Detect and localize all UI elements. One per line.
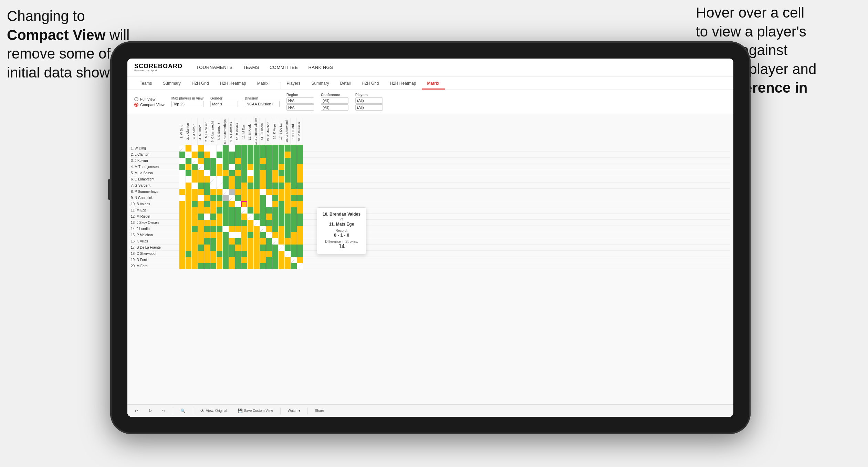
cell-13-18[interactable] [284,220,291,226]
cell-13-19[interactable] [291,220,297,226]
cell-17-7[interactable] [216,245,222,251]
cell-19-2[interactable] [185,257,191,263]
cell-15-1[interactable] [179,232,185,238]
cell-1-2[interactable] [185,145,191,152]
cell-8-20[interactable] [297,189,303,195]
cell-14-4[interactable] [198,226,204,232]
cell-12-20[interactable] [297,214,303,220]
cell-14-13[interactable] [253,226,260,232]
cell-9-6[interactable] [210,195,216,201]
cell-17-6[interactable] [210,245,216,251]
cell-16-2[interactable] [185,238,191,245]
cell-16-10[interactable] [235,238,241,245]
cell-17-20[interactable] [297,245,303,251]
cell-13-17[interactable] [278,220,284,226]
cell-3-7[interactable] [216,158,222,164]
cell-14-17[interactable] [278,226,284,232]
cell-15-20[interactable] [297,232,303,238]
cell-6-5[interactable] [204,176,210,183]
cell-12-16[interactable] [272,214,278,220]
cell-14-2[interactable] [185,226,191,232]
cell-14-10[interactable] [235,226,241,232]
cell-20-8[interactable] [222,263,229,269]
cell-20-3[interactable] [191,263,198,269]
search-button[interactable]: 🔍 [177,407,189,415]
cell-7-2[interactable] [185,183,191,189]
cell-11-15[interactable] [266,207,272,214]
cell-2-3[interactable] [191,152,198,158]
cell-16-9[interactable] [229,238,235,245]
cell-7-10[interactable] [235,183,241,189]
cell-1-7[interactable] [216,145,222,152]
cell-17-15[interactable] [266,245,272,251]
cell-6-2[interactable] [185,176,191,183]
cell-1-18[interactable] [284,145,291,152]
cell-6-13[interactable] [253,176,260,183]
cell-11-14[interactable] [260,207,266,214]
cell-9-2[interactable] [185,195,191,201]
cell-9-14[interactable] [260,195,266,201]
cell-13-6[interactable] [210,220,216,226]
cell-17-10[interactable] [235,245,241,251]
cell-13-5[interactable] [204,220,210,226]
cell-18-20[interactable] [297,251,303,257]
cell-7-11[interactable] [241,183,247,189]
cell-18-15[interactable] [266,251,272,257]
gender-select[interactable]: Men's [210,101,238,107]
conference-select-2[interactable]: (All) [321,104,348,111]
cell-4-5[interactable] [204,164,210,170]
cell-9-10[interactable] [235,195,241,201]
cell-2-17[interactable] [278,152,284,158]
cell-18-5[interactable] [204,251,210,257]
cell-9-8[interactable] [222,195,229,201]
cell-3-6[interactable] [210,158,216,164]
cell-12-1[interactable] [179,214,185,220]
cell-15-10[interactable] [235,232,241,238]
cell-3-12[interactable] [247,158,253,164]
cell-8-2[interactable] [185,189,191,195]
cell-6-17[interactable] [278,176,284,183]
cell-16-7[interactable] [216,238,222,245]
cell-5-7[interactable] [216,170,222,176]
cell-5-17[interactable] [278,170,284,176]
cell-10-16[interactable] [272,201,278,207]
cell-17-14[interactable] [260,245,266,251]
cell-20-13[interactable] [253,263,260,269]
cell-19-4[interactable] [198,257,204,263]
cell-7-9[interactable] [229,183,235,189]
cell-3-20[interactable] [297,158,303,164]
cell-13-13[interactable] [253,220,260,226]
cell-9-17[interactable] [278,195,284,201]
cell-6-20[interactable] [297,176,303,183]
cell-16-13[interactable] [253,238,260,245]
cell-17-5[interactable] [204,245,210,251]
cell-20-11[interactable] [241,263,247,269]
cell-4-10[interactable] [235,164,241,170]
cell-14-7[interactable] [216,226,222,232]
cell-4-15[interactable] [266,164,272,170]
cell-10-19[interactable] [291,201,297,207]
cell-16-20[interactable] [297,238,303,245]
cell-18-3[interactable] [191,251,198,257]
cell-4-4[interactable] [198,164,204,170]
cell-4-18[interactable] [284,164,291,170]
cell-9-16[interactable] [272,195,278,201]
cell-10-9[interactable] [229,201,235,207]
cell-5-3[interactable] [191,170,198,176]
cell-19-10[interactable] [235,257,241,263]
cell-17-1[interactable] [179,245,185,251]
cell-3-14[interactable] [260,158,266,164]
cell-16-12[interactable] [247,238,253,245]
save-custom-button[interactable]: 💾 Save Custom View [234,407,276,415]
cell-16-8[interactable] [222,238,229,245]
cell-5-12[interactable] [247,170,253,176]
compact-view-radio[interactable] [134,103,138,107]
cell-14-3[interactable] [191,226,198,232]
cell-20-17[interactable] [278,263,284,269]
cell-2-14[interactable] [260,152,266,158]
cell-6-16[interactable] [272,176,278,183]
cell-15-13[interactable] [253,232,260,238]
cell-19-5[interactable] [204,257,210,263]
cell-11-18[interactable] [284,207,291,214]
cell-19-6[interactable] [210,257,216,263]
